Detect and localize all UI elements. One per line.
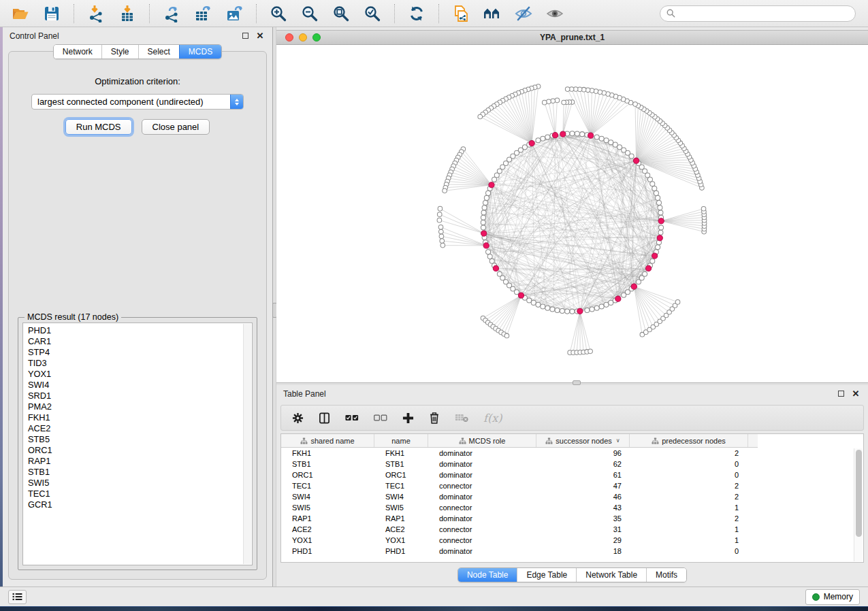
- network-hub-node[interactable]: [493, 265, 498, 271]
- table-cell[interactable]: YOX1: [281, 536, 374, 544]
- table-cell[interactable]: 2: [630, 514, 748, 523]
- tab-node-table[interactable]: Node Table: [458, 568, 517, 582]
- splitter-grip[interactable]: [573, 380, 581, 385]
- table-cell[interactable]: 31: [536, 525, 630, 533]
- network-node[interactable]: [541, 304, 545, 309]
- network-node[interactable]: [555, 308, 560, 312]
- network-node[interactable]: [701, 206, 706, 211]
- table-cell[interactable]: 46: [536, 493, 630, 501]
- network-node[interactable]: [481, 225, 485, 230]
- table-cell[interactable]: PHD1: [281, 547, 374, 555]
- table-cell[interactable]: 47: [536, 482, 630, 490]
- table-cell[interactable]: 18: [536, 547, 630, 555]
- mcds-result-item[interactable]: STB1: [28, 467, 252, 478]
- table-cell[interactable]: FKH1: [281, 449, 374, 457]
- network-node[interactable]: [643, 271, 647, 276]
- table-row[interactable]: YOX1YOX1connector291: [281, 535, 863, 546]
- network-node[interactable]: [482, 205, 487, 210]
- network-node[interactable]: [570, 131, 575, 136]
- criterion-dropdown[interactable]: largest connected component (undirected): [31, 94, 244, 110]
- table-cell[interactable]: RAP1: [374, 514, 428, 523]
- network-node[interactable]: [437, 212, 442, 217]
- mcds-result-item[interactable]: SWI5: [28, 478, 252, 489]
- table-cell[interactable]: dominator: [428, 514, 536, 523]
- table-row[interactable]: TEC1TEC1connector472: [281, 480, 863, 491]
- tab-edge-table[interactable]: Edge Table: [517, 568, 576, 582]
- list-scrollbar[interactable]: [243, 324, 251, 564]
- network-node[interactable]: [647, 177, 652, 182]
- network-node[interactable]: [494, 173, 499, 178]
- network-node[interactable]: [585, 308, 590, 312]
- mcds-result-item[interactable]: RAP1: [28, 456, 252, 467]
- export-image-button[interactable]: [221, 3, 248, 24]
- float-panel-button[interactable]: [240, 31, 251, 42]
- table-cell[interactable]: SWI4: [281, 493, 374, 501]
- mcds-result-item[interactable]: TID3: [28, 358, 252, 369]
- mcds-result-item[interactable]: PMA2: [28, 401, 252, 412]
- network-node[interactable]: [658, 205, 662, 210]
- mcds-result-item[interactable]: YOX1: [28, 369, 252, 380]
- column-header-shared-name[interactable]: shared name: [281, 434, 374, 447]
- search-box[interactable]: [660, 5, 856, 22]
- table-cell[interactable]: dominator: [428, 493, 536, 501]
- network-node[interactable]: [599, 136, 604, 141]
- network-node[interactable]: [550, 307, 555, 312]
- network-node[interactable]: [551, 99, 556, 103]
- network-node[interactable]: [481, 220, 485, 225]
- table-row[interactable]: ORC1ORC1dominator610: [281, 469, 863, 480]
- mcds-result-list[interactable]: PHD1CAR1STP4TID3YOX1SWI4SRD1PMA2FKH1ACE2…: [22, 323, 253, 565]
- mcds-result-item[interactable]: FKH1: [28, 412, 252, 423]
- network-node[interactable]: [658, 210, 663, 215]
- network-node[interactable]: [481, 215, 485, 220]
- network-hub-node[interactable]: [577, 308, 583, 314]
- column-header-successor-nodes[interactable]: successor nodes ∨: [536, 434, 630, 447]
- column-header-name[interactable]: name: [374, 434, 428, 447]
- network-node[interactable]: [439, 234, 444, 239]
- network-node[interactable]: [656, 245, 660, 250]
- network-node[interactable]: [541, 136, 545, 141]
- table-cell[interactable]: 62: [536, 460, 630, 468]
- table-cell[interactable]: 61: [536, 471, 630, 479]
- network-node[interactable]: [656, 200, 661, 205]
- table-row[interactable]: SWI4SWI4dominator462: [281, 491, 863, 502]
- network-node[interactable]: [656, 195, 660, 200]
- table-cell[interactable]: dominator: [428, 471, 536, 479]
- table-cell[interactable]: SWI5: [281, 503, 374, 512]
- network-node[interactable]: [570, 309, 575, 314]
- table-cell[interactable]: dominator: [428, 547, 536, 555]
- network-hub-node[interactable]: [631, 284, 637, 289]
- column-header-mcds-role[interactable]: MCDS role: [428, 434, 536, 447]
- save-session-button[interactable]: [38, 3, 65, 24]
- table-settings-button[interactable]: [292, 412, 304, 424]
- network-node[interactable]: [483, 200, 488, 205]
- table-cell[interactable]: 1: [630, 503, 748, 512]
- table-row[interactable]: SWI5SWI5connector431: [281, 502, 863, 513]
- network-hub-node[interactable]: [529, 140, 534, 146]
- network-node[interactable]: [565, 309, 570, 314]
- table-cell[interactable]: connector: [428, 503, 536, 512]
- network-node[interactable]: [536, 302, 541, 307]
- task-history-button[interactable]: [8, 590, 27, 604]
- network-hub-node[interactable]: [588, 133, 594, 138]
- table-cell[interactable]: 43: [536, 503, 630, 512]
- tab-network-table[interactable]: Network Table: [576, 568, 646, 582]
- network-window-titlebar[interactable]: YPA_prune.txt_1: [276, 30, 868, 45]
- fit-content-button[interactable]: [327, 3, 355, 24]
- table-cell[interactable]: connector: [428, 536, 536, 544]
- mcds-result-item[interactable]: SRD1: [28, 391, 252, 401]
- table-cell[interactable]: 1: [630, 525, 748, 533]
- table-cell[interactable]: connector: [428, 482, 536, 490]
- network-node[interactable]: [604, 138, 609, 143]
- network-hub-node[interactable]: [481, 231, 487, 236]
- network-node[interactable]: [484, 195, 489, 200]
- network-node[interactable]: [478, 114, 483, 119]
- search-input[interactable]: [679, 9, 849, 18]
- network-node[interactable]: [604, 302, 609, 307]
- table-row[interactable]: FKH1FKH1dominator962: [281, 448, 863, 459]
- network-hub-node[interactable]: [552, 133, 558, 138]
- table-row[interactable]: STB1STB1dominator620: [281, 459, 863, 469]
- table-cell[interactable]: STB1: [374, 460, 428, 468]
- network-node[interactable]: [438, 206, 443, 211]
- column-header-predecessor-nodes[interactable]: predecessor nodes: [630, 434, 748, 447]
- zoom-in-button[interactable]: [265, 3, 292, 24]
